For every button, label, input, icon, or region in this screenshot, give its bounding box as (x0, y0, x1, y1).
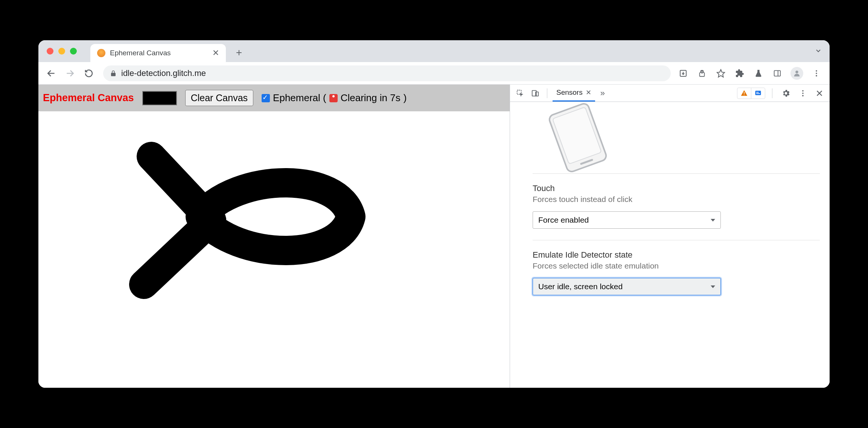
devtools-more-tabs-icon[interactable]: » (597, 88, 608, 98)
device-toolbar-icon[interactable] (529, 87, 542, 100)
tab-title: Ephemeral Canvas (110, 49, 208, 57)
svg-rect-15 (744, 92, 745, 94)
sensors-touch-section: Touch Forces touch instead of click Forc… (533, 173, 820, 240)
forward-button[interactable] (62, 66, 78, 81)
sensors-idle-section: Emulate Idle Detector state Forces selec… (533, 240, 820, 307)
touch-title: Touch (533, 184, 820, 193)
content-row: Ephemeral Canvas Clear Canvas Ephemeral … (38, 85, 830, 388)
ephemeral-checkbox[interactable] (262, 94, 270, 102)
devtools-kebab-menu-icon[interactable] (796, 87, 809, 100)
touch-select[interactable]: Force enabled (533, 211, 721, 229)
kebab-menu-icon[interactable] (811, 68, 822, 79)
svg-point-21 (802, 93, 804, 94)
warning-badge-icon[interactable] (737, 88, 751, 99)
window-close-button[interactable] (47, 48, 53, 55)
devtools-close-icon[interactable] (813, 87, 826, 100)
touch-subtitle: Forces touch instead of click (533, 195, 820, 204)
devtools-settings-gear-icon[interactable] (779, 87, 793, 100)
touch-select-value: Force enabled (538, 216, 589, 225)
devtools-tab-label: Sensors (556, 88, 583, 97)
tab-list-dropdown-icon[interactable] (815, 47, 822, 56)
tab-favicon (97, 49, 105, 57)
devtools-tab-sensors[interactable]: Sensors ✕ (553, 85, 595, 102)
new-tab-button[interactable]: + (231, 45, 247, 61)
svg-point-22 (802, 95, 804, 96)
svg-marker-5 (717, 70, 725, 77)
svg-point-11 (816, 75, 817, 76)
browser-toolbar: idle-detection.glitch.me (38, 62, 830, 85)
devtools-issues-badges[interactable] (737, 88, 765, 99)
chevron-down-icon (711, 219, 715, 222)
idle-state-select[interactable]: User idle, screen locked (533, 278, 721, 295)
window-minimize-button[interactable] (58, 48, 65, 55)
devtools-tab-close-icon[interactable]: ✕ (586, 88, 591, 97)
extensions-puzzle-icon[interactable] (734, 68, 745, 79)
color-picker[interactable] (142, 91, 177, 105)
svg-rect-16 (744, 94, 745, 95)
drawing-canvas[interactable] (38, 111, 510, 388)
svg-rect-19 (756, 93, 760, 94)
address-bar[interactable]: idle-detection.glitch.me (103, 65, 671, 81)
browser-tab[interactable]: Ephemeral Canvas ✕ (90, 44, 226, 62)
ephemeral-toggle[interactable]: Ephemeral ( Clearing in 7s ) (262, 92, 407, 104)
info-badge-icon[interactable] (751, 88, 765, 99)
orientation-illustration (533, 102, 820, 173)
side-panel-icon[interactable] (772, 68, 783, 79)
devtools-sensors-body: Touch Forces touch instead of click Forc… (510, 102, 830, 388)
devtools-tabbar: Sensors ✕ » (510, 85, 830, 102)
svg-rect-6 (774, 70, 781, 76)
devtools-panel: Sensors ✕ » (510, 85, 830, 388)
browser-actions (678, 67, 824, 80)
clear-canvas-button[interactable]: Clear Canvas (185, 90, 253, 106)
share-icon[interactable] (696, 68, 708, 79)
url-text: idle-detection.glitch.me (121, 68, 206, 78)
back-button[interactable] (44, 66, 59, 81)
inspect-element-icon[interactable] (514, 87, 527, 100)
lock-icon (110, 70, 117, 77)
svg-point-9 (816, 70, 817, 71)
profile-avatar[interactable] (790, 67, 803, 80)
labs-flask-icon[interactable] (753, 68, 764, 79)
idle-title: Emulate Idle Detector state (533, 250, 820, 260)
window-zoom-button[interactable] (70, 48, 77, 55)
window-controls (44, 48, 81, 55)
svg-point-8 (795, 70, 798, 73)
svg-rect-17 (755, 91, 761, 95)
chevron-down-icon (711, 285, 715, 288)
install-app-icon[interactable] (678, 68, 689, 79)
svg-point-10 (816, 73, 817, 74)
close-tab-icon[interactable]: ✕ (212, 49, 219, 57)
ephemeral-label-prefix: Ephemeral ( (273, 92, 326, 104)
ephemeral-countdown: Clearing in 7s (341, 92, 400, 104)
app-toolbar: Ephemeral Canvas Clear Canvas Ephemeral … (38, 85, 510, 111)
siren-icon (329, 94, 338, 102)
browser-tab-strip: Ephemeral Canvas ✕ + (38, 40, 830, 62)
app-title: Ephemeral Canvas (43, 92, 134, 104)
reload-button[interactable] (81, 66, 96, 81)
svg-rect-18 (756, 92, 759, 93)
svg-point-20 (802, 90, 804, 91)
idle-subtitle: Forces selected idle state emulation (533, 261, 820, 270)
bookmark-star-icon[interactable] (715, 68, 726, 79)
ephemeral-label-suffix: ) (404, 92, 407, 104)
page-viewport: Ephemeral Canvas Clear Canvas Ephemeral … (38, 85, 510, 388)
browser-window: Ephemeral Canvas ✕ + idle-detection.glit… (38, 40, 830, 388)
idle-select-value: User idle, screen locked (538, 282, 623, 291)
